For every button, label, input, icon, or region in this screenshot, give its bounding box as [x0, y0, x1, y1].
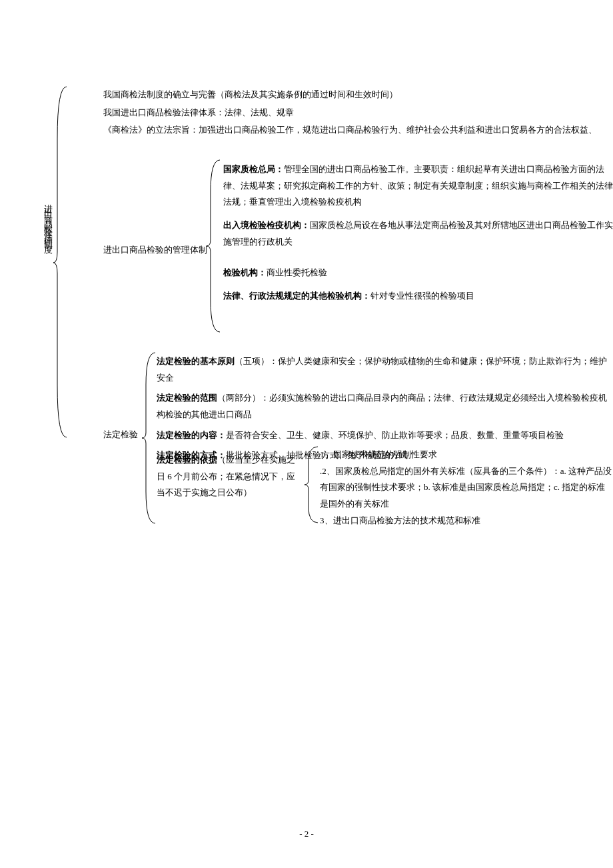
basis-label: 法定检验的依据（应当至少在实施之日 6 个月前公布；在紧急情况下，应当不迟于实施… — [157, 452, 303, 501]
mgmt-item-3: 检验机构：商业性委托检验 — [223, 265, 613, 281]
mgmt-label: 进出口商品检验的管理体制 — [103, 242, 210, 259]
statutory-brace-icon — [142, 351, 157, 525]
mgmt-item-4: 法律、行政法规规定的其他检验机构：针对专业性很强的检验项目 — [223, 288, 613, 305]
stat-p1: 法定检验的基本原则（五项）：保护人类健康和安全；保护动物或植物的生命和健康；保护… — [157, 353, 613, 386]
mgmt-item-2: 出入境检验检疫机构：国家质检总局设在各地从事法定商品检验及其对所辖地区进出口商品… — [223, 217, 613, 250]
mgmt-item-3-bold: 检验机构： — [223, 267, 267, 277]
basis-item-2: .2、国家质检总局指定的国外有关标准（应具备的三个条件）：a. 这种产品没有国家… — [320, 463, 613, 513]
basis-item-3: 3、进出口商品检验方法的技术规范和标准 — [320, 513, 613, 529]
page-number: - 2 - — [0, 826, 613, 843]
statutory-label: 法定检验 — [103, 427, 138, 443]
top-block: 我国商检法制度的确立与完善（商检法及其实施条例的通过时间和生效时间） 我国进出口… — [103, 87, 610, 140]
stat-p3-bold: 法定检验的内容： — [157, 430, 226, 440]
stat-p1-bold: 法定检验的基本原则 — [157, 356, 235, 366]
main-brace-icon — [53, 85, 68, 439]
stat-p3-text: 是否符合安全、卫生、健康、环境保护、防止欺诈等要求；品质、数量、重量等项目检验 — [226, 430, 564, 440]
stat-p2: 法定检验的范围（两部分）：必须实施检验的进出口商品目录内的商品；法律、行政法规规… — [157, 390, 613, 423]
stat-p3: 法定检验的内容：是否符合安全、卫生、健康、环境保护、防止欺诈等要求；品质、数量、… — [157, 427, 613, 444]
mgmt-block: 国家质检总局：管理全国的进出口商品检验工作。主要职责：组织起草有关进出口商品检验… — [223, 161, 613, 310]
mgmt-item-4-text: 针对专业性很强的检验项目 — [370, 291, 474, 301]
basis-items: 1、国家技术规范的强制性要求 .2、国家质检总局指定的国外有关标准（应具备的三个… — [320, 447, 613, 529]
top-line-1: 我国商检法制度的确立与完善（商检法及其实施条例的通过时间和生效时间） — [103, 87, 610, 103]
stat-p2-bold: 法定检验的范围 — [157, 393, 217, 403]
mgmt-item-1-bold: 国家质检总局： — [223, 164, 284, 174]
mgmt-item-1: 国家质检总局：管理全国的进出口商品检验工作。主要职责：组织起草有关进出口商品检验… — [223, 161, 613, 211]
mgmt-item-4-bold: 法律、行政法规规定的其他检验机构： — [223, 291, 370, 301]
basis-item-1: 1、国家技术规范的强制性要求 — [320, 447, 613, 463]
basis-bold: 法定检验的依据 — [157, 455, 217, 465]
mgmt-item-3-text: 商业性委托检验 — [267, 267, 327, 277]
top-line-2: 我国进出口商品检验法律体系：法律、法规、规章 — [103, 105, 610, 121]
stat-p2-text: （两部分）：必须实施检验的进出口商品目录内的商品；法律、行政法规规定必须经出入境… — [157, 393, 607, 419]
root-title: 进出口商品检验法律制度 — [40, 197, 57, 241]
top-line-3: 《商检法》的立法宗旨：加强进出口商品检验工作，规范进出口商品检验行为、维护社会公… — [103, 122, 610, 139]
mgmt-item-2-bold: 出入境检验检疫机构： — [223, 220, 310, 230]
